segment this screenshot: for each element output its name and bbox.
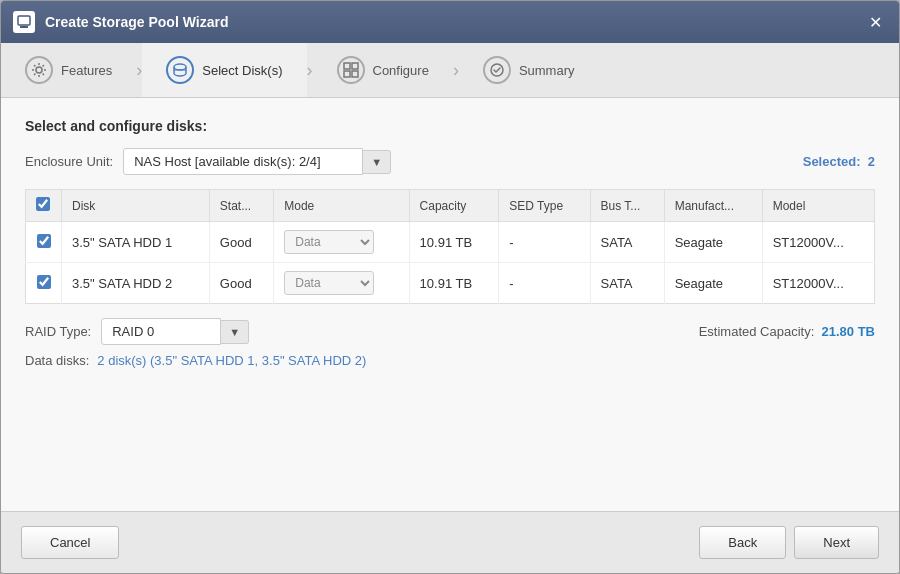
svg-rect-6 — [352, 63, 358, 69]
selected-count-display: Selected: 2 — [803, 154, 875, 169]
disk2-name: 3.5" SATA HDD 2 — [62, 263, 210, 304]
selected-count-value: 2 — [868, 154, 875, 169]
summary-step-icon — [483, 56, 511, 84]
close-button[interactable]: ✕ — [863, 10, 887, 34]
disk2-capacity: 10.91 TB — [409, 263, 499, 304]
raid-label: RAID Type: — [25, 324, 91, 339]
disk2-sed: - — [499, 263, 590, 304]
svg-rect-0 — [18, 16, 30, 25]
data-disks-row: Data disks: 2 disk(s) (3.5" SATA HDD 1, … — [25, 353, 875, 368]
enclosure-dropdown-button[interactable]: ▼ — [363, 150, 391, 174]
enclosure-row: Enclosure Unit: NAS Host [available disk… — [25, 148, 875, 175]
disk2-manufacturer: Seagate — [664, 263, 762, 304]
svg-rect-8 — [352, 71, 358, 77]
dialog: Create Storage Pool Wizard ✕ Features › — [0, 0, 900, 574]
dialog-title: Create Storage Pool Wizard — [45, 14, 228, 30]
next-button[interactable]: Next — [794, 526, 879, 559]
selected-label: Selected: — [803, 154, 861, 169]
configure-step-label: Configure — [373, 63, 429, 78]
svg-rect-7 — [344, 71, 350, 77]
back-button[interactable]: Back — [699, 526, 786, 559]
disk2-checkbox[interactable] — [37, 275, 51, 289]
col-header-capacity: Capacity — [409, 190, 499, 222]
disk2-mode-select[interactable]: Data — [284, 271, 374, 295]
select-all-checkbox[interactable] — [36, 197, 50, 211]
table-row: 3.5" SATA HDD 2 Good Data 10.91 TB - SAT… — [26, 263, 875, 304]
main-content: Select and configure disks: Enclosure Un… — [1, 98, 899, 511]
svg-point-2 — [36, 67, 42, 73]
disk2-status: Good — [209, 263, 273, 304]
features-step-label: Features — [61, 63, 112, 78]
col-header-sed: SED Type — [499, 190, 590, 222]
configure-step-icon — [337, 56, 365, 84]
section-title: Select and configure disks: — [25, 118, 875, 134]
svg-rect-1 — [20, 26, 28, 28]
select-disks-step-label: Select Disk(s) — [202, 63, 282, 78]
data-disks-label: Data disks: — [25, 353, 89, 368]
raid-dropdown-button[interactable]: ▼ — [221, 320, 249, 344]
step-features[interactable]: Features — [1, 43, 136, 97]
col-header-disk: Disk — [62, 190, 210, 222]
select-disks-step-icon — [166, 56, 194, 84]
table-row: 3.5" SATA HDD 1 Good Data 10.91 TB - SAT… — [26, 222, 875, 263]
col-header-checkbox — [26, 190, 62, 222]
raid-row: RAID Type: RAID 0 ▼ Estimated Capacity: … — [25, 318, 875, 345]
footer: Cancel Back Next — [1, 511, 899, 573]
cancel-button[interactable]: Cancel — [21, 526, 119, 559]
estimated-capacity-value: 21.80 TB — [822, 324, 875, 339]
step-configure[interactable]: Configure — [313, 43, 453, 97]
data-disks-link[interactable]: 2 disk(s) (3.5" SATA HDD 1, 3.5" SATA HD… — [97, 353, 366, 368]
svg-rect-5 — [344, 63, 350, 69]
enclosure-select[interactable]: NAS Host [available disk(s): 2/4] — [123, 148, 363, 175]
raid-type-select[interactable]: RAID 0 — [101, 318, 221, 345]
wizard-icon — [13, 11, 35, 33]
row2-checkbox-cell — [26, 263, 62, 304]
step-select-disks[interactable]: Select Disk(s) — [142, 43, 306, 97]
disk2-mode-cell: Data — [274, 263, 409, 304]
raid-select-wrapper: RAID 0 ▼ — [101, 318, 249, 345]
disk1-model: ST12000V... — [762, 222, 874, 263]
estimated-capacity-label: Estimated Capacity: — [699, 324, 815, 339]
summary-step-label: Summary — [519, 63, 575, 78]
disk-table: Disk Stat... Mode Capacity SED Type Bus … — [25, 189, 875, 304]
col-header-model: Model — [762, 190, 874, 222]
features-step-icon — [25, 56, 53, 84]
enclosure-select-wrapper: NAS Host [available disk(s): 2/4] ▼ — [123, 148, 391, 175]
col-header-bus: Bus T... — [590, 190, 664, 222]
disk1-bus: SATA — [590, 222, 664, 263]
col-header-manufacturer: Manufact... — [664, 190, 762, 222]
disk2-bus: SATA — [590, 263, 664, 304]
enclosure-label: Enclosure Unit: — [25, 154, 113, 169]
disk1-manufacturer: Seagate — [664, 222, 762, 263]
col-header-status: Stat... — [209, 190, 273, 222]
row1-checkbox-cell — [26, 222, 62, 263]
disk1-capacity: 10.91 TB — [409, 222, 499, 263]
nav-buttons: Back Next — [699, 526, 879, 559]
title-bar-left: Create Storage Pool Wizard — [13, 11, 228, 33]
title-bar: Create Storage Pool Wizard ✕ — [1, 1, 899, 43]
wizard-steps: Features › Select Disk(s) › — [1, 43, 899, 98]
svg-point-3 — [174, 64, 186, 70]
disk1-mode-cell: Data — [274, 222, 409, 263]
estimated-capacity-display: Estimated Capacity: 21.80 TB — [699, 324, 875, 339]
step-summary[interactable]: Summary — [459, 43, 599, 97]
col-header-mode: Mode — [274, 190, 409, 222]
disk1-checkbox[interactable] — [37, 234, 51, 248]
disk1-mode-select[interactable]: Data — [284, 230, 374, 254]
disk1-status: Good — [209, 222, 273, 263]
disk2-model: ST12000V... — [762, 263, 874, 304]
disk1-name: 3.5" SATA HDD 1 — [62, 222, 210, 263]
disk1-sed: - — [499, 222, 590, 263]
